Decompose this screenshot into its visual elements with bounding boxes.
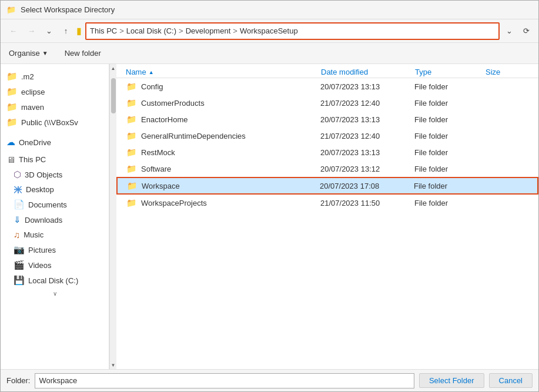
sidebar-item-label: Desktop [26,185,54,194]
disk-icon: 💾 [14,275,25,286]
address-dropdown-button[interactable]: ⌄ [502,24,517,39]
file-date-cell: 21/07/2023 11:50 [320,199,414,207]
file-date-cell: 20/07/2023 13:13 [320,82,414,91]
new-folder-button[interactable]: New folder [61,47,105,59]
sidebar-item-label: Documents [28,200,67,209]
address-path: This PC > Local Disk (C:) > Development … [90,26,495,35]
sidebar-scrollbar[interactable]: ▲ ▼ [109,64,116,369]
sidebar-item-label: Local Disk (C:) [28,276,78,285]
folder-icon: 📁 [126,98,136,108]
sidebar-spacer [1,130,109,135]
folder-icon: 📁 [126,148,136,157]
address-bar[interactable]: This PC > Local Disk (C:) > Development … [85,22,500,40]
file-type-cell: File folder [414,182,484,190]
file-type-cell: File folder [414,132,485,140]
separator-3: > [233,26,237,35]
sidebar-item-this-pc[interactable]: 🖥 This PC [1,152,109,167]
sidebar-item-documents[interactable]: 📄 Documents [1,197,109,212]
path-thispc: This PC [90,26,117,35]
folder-icon: 📁 [126,131,136,140]
sidebar-item-label: Videos [28,261,52,270]
file-date-cell: 20/07/2023 13:12 [320,165,414,173]
sidebar-item-label: eclipse [21,88,45,96]
col-size-header[interactable]: Size [486,68,533,76]
file-name-cell: 📁 CustomerProducts [126,98,320,108]
table-row[interactable]: 📁 GeneralRuntimeDependencies 21/07/2023 … [116,128,538,144]
sidebar-item-label: Public (\\VBoxSv [21,118,78,127]
status-bar: Folder: Select Folder Cancel [1,369,538,391]
col-name-label: Name [126,68,146,76]
scroll-down-button[interactable]: ▼ [110,361,117,369]
col-date-label: Date modified [321,68,368,76]
sidebar-item-desktop[interactable]: 🞼 Desktop [1,182,109,197]
cloud-icon: ☁ [6,137,15,148]
sidebar-item-onedrive[interactable]: ☁ OneDrive [1,135,109,150]
content-area: Name ▲ Date modified Type Size 📁 [116,64,538,369]
folder-label: Folder: [6,376,30,385]
file-name-text: Workspace [142,182,180,190]
path-development: Development [186,26,231,35]
file-type-cell: File folder [414,148,485,157]
sidebar-item-maven[interactable]: 📁 maven [1,99,109,115]
refresh-button[interactable]: ⟳ [519,24,534,39]
file-type-cell: File folder [414,115,485,124]
organise-button[interactable]: Organise ▼ [5,47,52,59]
file-name-cell: 📁 GeneralRuntimeDependencies [126,131,320,140]
sidebar-item-public-vbox[interactable]: 📁 Public (\\VBoxSv [1,115,109,130]
sidebar-item-pictures[interactable]: 📷 Pictures [1,242,109,257]
sidebar-item-m2[interactable]: 📁 .m2 [1,69,109,84]
pictures-icon: 📷 [14,244,25,255]
sidebar-item-label: Downloads [25,216,62,225]
col-type-label: Type [415,68,431,76]
sidebar-item-3d-objects[interactable]: ⬡ 3D Objects [1,167,109,182]
table-row[interactable]: 📁 RestMock 20/07/2023 13:13 File folder [116,144,538,160]
table-row[interactable]: 📁 Config 20/07/2023 13:13 File folder [116,78,538,95]
file-name-cell: 📁 Software [126,164,320,173]
file-name-text: CustomerProducts [141,99,205,108]
col-type-header[interactable]: Type [415,68,486,76]
folder-icon: 📁 [6,71,18,82]
sidebar-item-label: This PC [19,155,46,164]
file-name-cell: 📁 WorkspaceProjects [126,198,320,207]
sidebar-item-downloads[interactable]: ⇓ Downloads [1,212,109,227]
up-button[interactable]: ↑ [59,24,73,39]
folder-icon: 📁 [126,198,136,207]
sidebar: 📁 .m2 📁 eclipse 📁 maven 📁 Public (\\VBox… [1,64,109,369]
scroll-up-button[interactable]: ▲ [110,64,117,72]
scroll-thumb[interactable] [111,78,116,113]
table-row[interactable]: 📁 CustomerProducts 21/07/2023 12:40 File… [116,95,538,111]
sidebar-item-label: Music [24,230,43,239]
cancel-button[interactable]: Cancel [489,373,533,388]
file-name-cell: 📁 RestMock [126,148,320,157]
file-name-cell: 📁 EnactorHome [126,115,320,124]
sidebar-item-label: .m2 [21,72,34,81]
file-date-cell: 21/07/2023 12:40 [320,132,414,140]
scroll-track [110,72,116,361]
sidebar-item-music[interactable]: ♫ Music [1,227,109,242]
sort-arrow-icon: ▲ [149,69,154,75]
back-button[interactable]: ← [5,24,21,39]
file-type-cell: File folder [414,165,485,173]
select-folder-button[interactable]: Select Folder [419,373,484,388]
folder-icon: 📁 [6,86,18,97]
table-row[interactable]: 📁 Software 20/07/2023 13:12 File folder [116,160,538,177]
table-row[interactable]: 📁 WorkspaceProjects 21/07/2023 11:50 Fil… [116,195,538,211]
sidebar-item-videos[interactable]: 🎬 Videos [1,257,109,273]
forward-button[interactable]: → [24,24,39,39]
file-type-cell: File folder [414,99,485,108]
folder-input[interactable] [35,373,414,388]
col-date-header[interactable]: Date modified [321,68,415,76]
select-workspace-dialog: 📁 Select Workspace Directory ← → ⌄ ↑ ▮ T… [0,0,539,392]
sidebar-item-eclipse[interactable]: 📁 eclipse [1,84,109,99]
file-name-text: RestMock [141,148,175,157]
videos-icon: 🎬 [14,260,25,270]
table-row-selected[interactable]: 📁 Workspace 20/07/2023 17:08 File folder [116,177,538,195]
action-bar: Organise ▼ New folder [1,43,538,64]
file-date-cell: 20/07/2023 17:08 [320,182,414,190]
table-row[interactable]: 📁 EnactorHome 20/07/2023 13:13 File fold… [116,111,538,128]
dropdown-button[interactable]: ⌄ [42,24,56,39]
sidebar-item-label: OneDrive [19,138,51,147]
file-name-text: Config [141,82,163,91]
sidebar-item-local-disk[interactable]: 💾 Local Disk (C:) [1,273,109,288]
col-name-header[interactable]: Name ▲ [126,68,321,76]
